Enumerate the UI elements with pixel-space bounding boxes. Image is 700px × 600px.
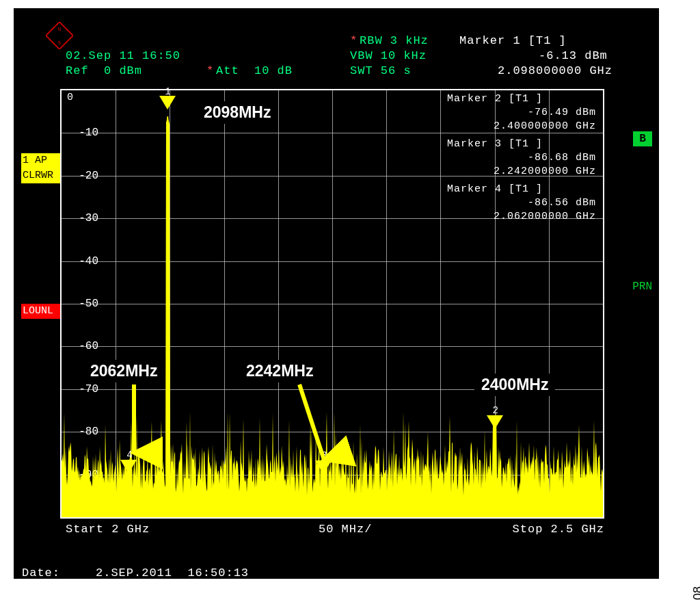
- marker2-triangle-icon: [487, 415, 503, 429]
- marker1-triangle-icon: [159, 96, 176, 109]
- rbw: RBW 3 kHz: [360, 34, 429, 47]
- marker1-title: Marker 1 [T1 ]: [459, 34, 567, 47]
- att: Att 10 dB: [216, 64, 293, 77]
- prn-label: PRN: [632, 281, 652, 293]
- marker2-num: 2: [493, 405, 498, 416]
- annot-2098: 2098MHz: [197, 101, 278, 124]
- spectrum-analyzer-screen: N S 02.Sep 11 16:50 Ref 0 dBm * Att 10 d…: [14, 8, 659, 579]
- arrow-2242-icon: [294, 384, 349, 477]
- swt: SWT 56 s: [350, 64, 412, 77]
- marker1-freq: 2.098000000 GHz: [498, 64, 612, 77]
- x-div: 50 MHz/: [319, 523, 372, 536]
- svg-text:S: S: [58, 40, 62, 46]
- footer-date-label: Date:: [22, 566, 60, 579]
- plot-area: 0 -10 -20 -30 -40 -50 -60 -70 -80 -90 Ma…: [60, 89, 604, 519]
- datetime: 02.Sep 11 16:50: [66, 49, 180, 62]
- annot-2242: 2242MHz: [239, 360, 320, 382]
- x-start: Start 2 GHz: [66, 523, 150, 536]
- att-star: *: [206, 64, 214, 77]
- marker1-pwr: -6.13 dBm: [539, 49, 608, 62]
- screen-b-badge: B: [633, 131, 652, 146]
- marker1-num: 1: [165, 86, 170, 97]
- clrwr-badge: CLRWR: [21, 168, 60, 183]
- arrow-2062-icon: [129, 384, 149, 470]
- trace-mode-badge: 1 AP: [21, 153, 60, 168]
- rbw-star: *: [350, 34, 358, 47]
- compass-icon: N S: [46, 22, 73, 49]
- vbw: VBW 10 kHz: [350, 49, 427, 62]
- footer-date-val: 2.SEP.2011 16:50:13: [96, 566, 249, 579]
- svg-text:N: N: [58, 26, 62, 32]
- ref-level: Ref 0 dBm: [66, 64, 142, 77]
- annot-2400: 2400MHz: [474, 374, 555, 396]
- lounl-badge: LOUNL: [21, 304, 60, 319]
- annot-2062: 2062MHz: [83, 360, 164, 382]
- x-stop: Stop 2.5 GHz: [513, 523, 604, 536]
- page-id: 10165-008: [691, 586, 700, 600]
